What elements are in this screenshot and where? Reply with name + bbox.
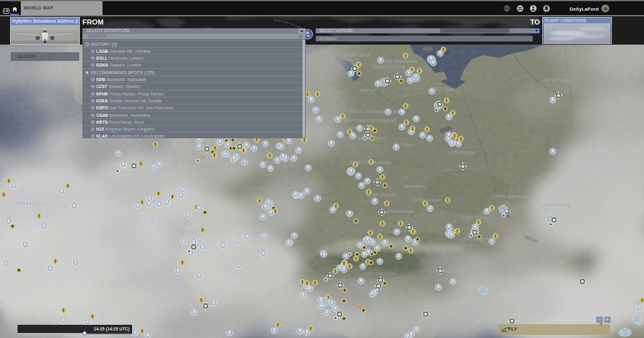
svg-text:Nuremberg: Nuremberg bbox=[404, 184, 426, 189]
svg-text:LFPM Melun Villaroche: LFPM Melun Villaroche bbox=[175, 229, 220, 234]
svg-text:EDDM Munich: EDDM Munich bbox=[413, 198, 441, 202]
svg-text:LYBE Belgrade: LYBE Belgrade bbox=[570, 265, 599, 270]
svg-text:EDXH Duene: EDXH Duene bbox=[344, 53, 370, 57]
svg-text:EDDT Tegel: EDDT Tegel bbox=[431, 87, 455, 92]
svg-text:EDKB Hangelar-Bonn: EDKB Hangelar-Bonn bbox=[343, 136, 386, 141]
svg-text:EDDL Dusseldorf: EDDL Dusseldorf bbox=[323, 126, 357, 130]
svg-text:IA Memmingen: IA Memmingen bbox=[386, 209, 415, 214]
svg-text:LBSF: LBSF bbox=[634, 300, 644, 305]
svg-text:LOGI Trieben: LOGI Trieben bbox=[463, 215, 489, 220]
svg-text:LFRB Guipavas: LFRB Guipavas bbox=[16, 201, 47, 206]
svg-text:EDHL Blankensee: EDHL Blankensee bbox=[382, 59, 418, 63]
svg-text:Erfurt: Erfurt bbox=[402, 143, 413, 147]
svg-text:EDDH Hamburg: EDDH Hamburg bbox=[373, 65, 405, 70]
svg-text:EPWA Okecie: EPWA Okecie bbox=[545, 78, 573, 82]
svg-text:e Cote d'Azur: e Cote d'Azur bbox=[348, 322, 375, 326]
svg-text:EDDF Frankfurt/Main: EDDF Frankfurt/Main bbox=[350, 160, 391, 165]
svg-text:EGHC St Just: EGHC St Just bbox=[123, 145, 150, 150]
svg-text:EDLP Paderborn Lippstadt: EDLP Paderborn Lippstadt bbox=[344, 118, 396, 123]
svg-text:LEBB Bilbao: LEBB Bilbao bbox=[153, 323, 177, 327]
svg-text:EDLO Oerlinghausen W: EDLO Oerlinghausen W bbox=[350, 109, 397, 114]
svg-text:LOWW Schwechat: LOWW Schwechat bbox=[492, 194, 529, 199]
svg-text:LIPH Treviso: LIPH Treviso bbox=[430, 269, 455, 273]
svg-text:Pazzi Building: Pazzi Building bbox=[355, 285, 382, 290]
svg-text:LHBP Ferihegy: LHBP Ferihegy bbox=[541, 203, 572, 208]
svg-text:LKPR Ruzyne: LKPR Ruzyne bbox=[448, 150, 475, 155]
svg-text:Bremen: Bremen bbox=[360, 88, 376, 92]
svg-text:LFSB Bale Mulhouse: LFSB Bale Mulhouse bbox=[272, 183, 313, 187]
svg-text:LIMC Malpensa: LIMC Malpensa bbox=[364, 271, 395, 276]
svg-text:LOWK Klagenfurt: LOWK Klagenfurt bbox=[459, 237, 494, 242]
svg-text:EDDS Stuttgart: EDDS Stuttgart bbox=[367, 193, 397, 198]
svg-text:Airport: Airport bbox=[441, 255, 455, 260]
svg-text:LIMJ Sestri: LIMJ Sestri bbox=[396, 318, 418, 322]
